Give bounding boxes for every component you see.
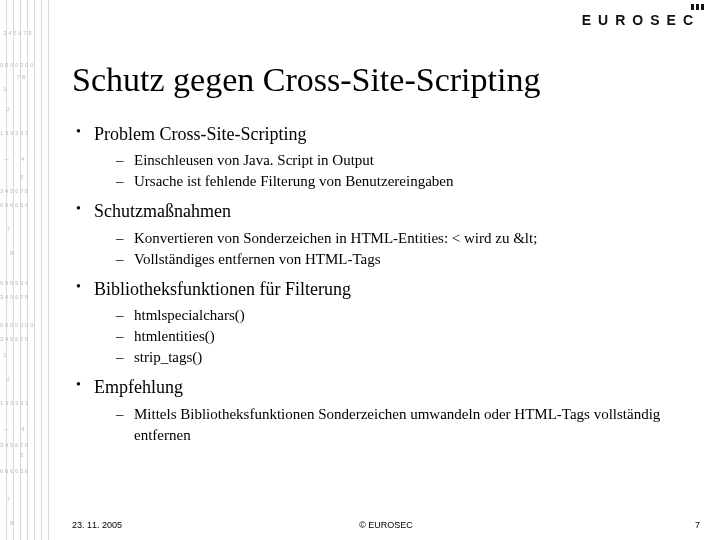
bullet-list: Problem Cross-Site-Scripting Einschleuse…: [72, 123, 698, 446]
sub-item: Mittels Bibliotheksfunktionen Sonderzeic…: [94, 404, 698, 446]
sub-list: Konvertieren von Sonderzeichen in HTML-E…: [94, 228, 698, 270]
sub-list: Einschleusen von Java. Script in Output …: [94, 150, 698, 192]
brand-logo-marks-icon: [691, 4, 704, 10]
bullet-item: Schutzmaßnahmen Konvertieren von Sonderz…: [72, 200, 698, 269]
sub-item: Ursache ist fehlende Filterung von Benut…: [94, 171, 698, 192]
sub-item: htmlentities(): [94, 326, 698, 347]
decorative-number-columns: 3 4 5 6 7 8 0 0 0 0 0 0 0 7 8 1 2 1 3 3 …: [0, 0, 58, 540]
footer-page-number: 7: [695, 520, 700, 530]
bullet-heading: Bibliotheksfunktionen für Filterung: [94, 279, 351, 299]
sub-item: htmlspecialchars(): [94, 305, 698, 326]
sub-item: Einschleusen von Java. Script in Output: [94, 150, 698, 171]
slide-content: Schutz gegen Cross-Site-Scripting Proble…: [72, 60, 698, 500]
brand-logo-text: EUROSEC: [582, 12, 700, 28]
bullet-item: Problem Cross-Site-Scripting Einschleuse…: [72, 123, 698, 192]
slide-footer: 23. 11. 2005 © EUROSEC 7: [72, 520, 700, 530]
bullet-item: Bibliotheksfunktionen für Filterung html…: [72, 278, 698, 368]
sub-item: strip_tags(): [94, 347, 698, 368]
footer-date: 23. 11. 2005: [72, 520, 122, 530]
bullet-heading: Problem Cross-Site-Scripting: [94, 124, 307, 144]
sub-item: Konvertieren von Sonderzeichen in HTML-E…: [94, 228, 698, 249]
slide-title: Schutz gegen Cross-Site-Scripting: [72, 60, 698, 99]
bullet-heading: Empfehlung: [94, 377, 183, 397]
bullet-item: Empfehlung Mittels Bibliotheksfunktionen…: [72, 376, 698, 445]
sub-item: Vollständiges entfernen von HTML-Tags: [94, 249, 698, 270]
sub-list: htmlspecialchars() htmlentities() strip_…: [94, 305, 698, 368]
sub-list: Mittels Bibliotheksfunktionen Sonderzeic…: [94, 404, 698, 446]
bullet-heading: Schutzmaßnahmen: [94, 201, 231, 221]
footer-copyright: © EUROSEC: [72, 520, 700, 530]
brand-logo: EUROSEC: [582, 12, 700, 28]
